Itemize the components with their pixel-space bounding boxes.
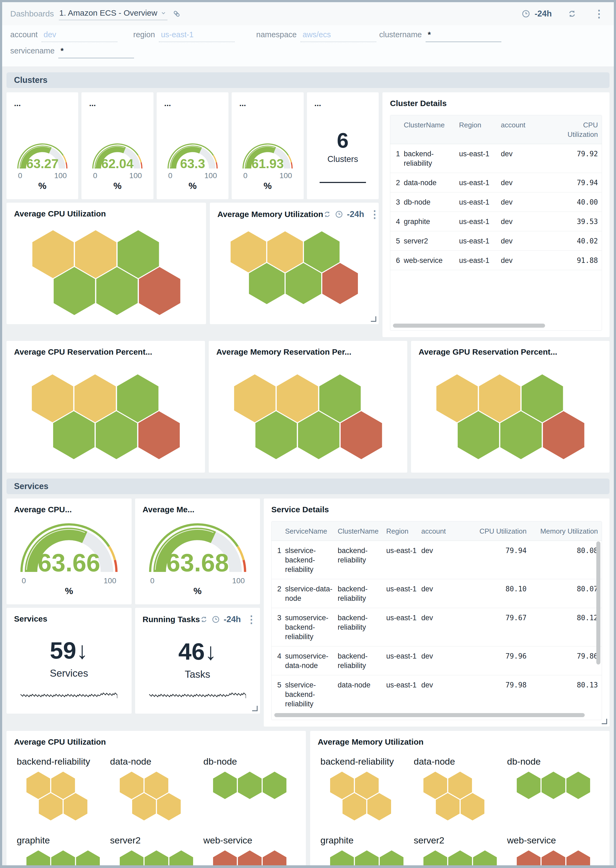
hex-cell-red[interactable]	[263, 851, 286, 865]
clock-icon[interactable]	[522, 9, 530, 18]
vertical-scrollbar[interactable]	[596, 542, 600, 665]
hex-cell-yellow[interactable]	[64, 793, 87, 821]
table-row[interactable]: 5server2us-east-1dev40.02	[390, 231, 602, 251]
hex-cell-yellow[interactable]	[367, 793, 391, 821]
hex-cell-yellow[interactable]	[231, 231, 266, 273]
hex-cell-yellow[interactable]	[120, 772, 143, 799]
column-header[interactable]: Region	[459, 115, 501, 134]
table-row[interactable]: 4graphiteus-east-1dev39.53	[390, 212, 602, 231]
column-header[interactable]: ClusterName	[404, 115, 459, 134]
page-title[interactable]: 1. Amazon ECS - Overview	[59, 8, 157, 17]
refresh-icon[interactable]	[200, 615, 208, 624]
column-header[interactable]: account	[421, 521, 459, 540]
hex-cell-yellow[interactable]	[330, 772, 354, 799]
time-range[interactable]: -24h	[223, 614, 241, 624]
column-header[interactable]: ClusterName	[338, 521, 386, 540]
hex-cell-green[interactable]	[380, 851, 404, 865]
horizontal-scrollbar[interactable]	[274, 713, 585, 717]
filter-value[interactable]: us-east-1	[159, 30, 235, 42]
hex-cell-green[interactable]	[304, 231, 339, 273]
kebab-menu-icon[interactable]: ⋮	[592, 9, 606, 19]
hex-cell-green[interactable]	[542, 772, 565, 799]
filter-value[interactable]: dev	[41, 30, 117, 42]
hex-cell-yellow[interactable]	[132, 793, 156, 821]
column-header[interactable]: account	[501, 115, 556, 134]
hex-cell-green[interactable]	[120, 851, 143, 865]
hex-cell-green[interactable]	[145, 851, 168, 865]
hex-cell-yellow[interactable]	[355, 772, 379, 799]
filter-value[interactable]: aws/ecs	[300, 30, 376, 42]
hex-cell-yellow[interactable]	[51, 772, 75, 799]
table-row[interactable]: 2slservice-data-nodebackend-reliabilityu…	[272, 579, 602, 608]
hex-cell-yellow[interactable]	[343, 793, 366, 821]
clock-icon[interactable]	[212, 615, 220, 624]
refresh-icon[interactable]	[323, 210, 331, 218]
hex-cell-red[interactable]	[542, 851, 565, 865]
filter-clustername[interactable]: clustername *	[379, 30, 502, 42]
hex-cell-red[interactable]	[213, 851, 237, 865]
resize-handle[interactable]	[252, 706, 258, 711]
hex-cell-red[interactable]	[566, 851, 590, 865]
hex-cell-green[interactable]	[517, 772, 541, 799]
hex-cell-yellow[interactable]	[448, 772, 472, 799]
hex-cell-green[interactable]	[170, 851, 193, 865]
hex-cell-green[interactable]	[51, 851, 75, 865]
refresh-icon[interactable]	[567, 9, 577, 18]
time-range[interactable]: -24h	[534, 9, 552, 19]
hex-cell-yellow[interactable]	[157, 793, 181, 821]
hex-cell-green[interactable]	[423, 851, 447, 865]
table-row[interactable]: 2data-nodeus-east-1dev79.94	[390, 173, 602, 192]
horizontal-scrollbar[interactable]	[393, 324, 545, 328]
column-header[interactable]: CPU Utilization	[459, 521, 531, 540]
link-icon[interactable]	[172, 9, 181, 18]
column-header[interactable]: Region	[386, 521, 421, 540]
hex-cell-green[interactable]	[330, 851, 354, 865]
hex-cell-green[interactable]	[566, 772, 590, 799]
hex-cell-green[interactable]	[448, 851, 472, 865]
chevron-down-icon[interactable]	[160, 9, 167, 16]
column-header[interactable]: ServiceName	[285, 521, 338, 540]
clock-icon[interactable]	[335, 210, 343, 218]
kebab-menu-icon[interactable]: ⋮	[368, 209, 379, 219]
hex-cell-green[interactable]	[27, 851, 50, 865]
hex-cell-green[interactable]	[76, 851, 100, 865]
table-row[interactable]: 5slservice-backend-reliabilitydata-nodeu…	[272, 675, 602, 711]
hex-cell-yellow[interactable]	[39, 793, 63, 821]
filter-namespace[interactable]: namespace aws/ecs	[256, 30, 379, 42]
dashboard-title-dropdown[interactable]: 1. Amazon ECS - Overview	[59, 7, 168, 20]
section-clusters[interactable]: Clusters	[6, 72, 610, 88]
hex-cell-yellow[interactable]	[27, 772, 50, 799]
breadcrumb[interactable]: Dashboards	[10, 9, 54, 18]
table-row[interactable]: 3sumoservice-backend-reliabilitybackend-…	[272, 608, 602, 646]
table-row[interactable]: 6web-serviceus-east-1dev91.88	[390, 251, 602, 270]
column-header[interactable]: CPU Utilization	[556, 115, 602, 144]
hex-cell-red[interactable]	[238, 851, 262, 865]
hex-cell-yellow[interactable]	[267, 231, 303, 273]
hex-cell-green[interactable]	[238, 772, 262, 799]
time-range[interactable]: -24h	[347, 210, 364, 219]
hex-cell-green[interactable]	[355, 851, 379, 865]
hex-cell-yellow[interactable]	[423, 772, 447, 799]
resize-handle[interactable]	[371, 316, 376, 322]
filter-region[interactable]: region us-east-1	[133, 30, 256, 42]
filter-value[interactable]: *	[426, 30, 501, 42]
table-row[interactable]: 4sumoservice-data-nodebackend-reliabilit…	[272, 646, 602, 675]
resize-handle[interactable]	[602, 719, 607, 724]
hex-cell-green[interactable]	[249, 263, 284, 304]
filter-account[interactable]: account dev	[10, 30, 133, 42]
table-row[interactable]: 3db-nodeus-east-1dev40.00	[390, 192, 602, 212]
table-row[interactable]: 1backend-reliabilityus-east-1dev79.92	[390, 144, 602, 173]
kebab-menu-icon[interactable]: ⋮	[245, 614, 258, 625]
table-row[interactable]: 1slservice-backend-reliabilitybackend-re…	[272, 541, 602, 579]
hex-cell-green[interactable]	[473, 851, 497, 865]
hex-cell-yellow[interactable]	[145, 772, 168, 799]
hex-cell-yellow[interactable]	[436, 793, 460, 821]
hex-cell-yellow[interactable]	[460, 793, 484, 821]
section-services[interactable]: Services	[6, 479, 610, 494]
hex-cell-green[interactable]	[263, 772, 286, 799]
filter-value[interactable]: *	[58, 46, 134, 58]
hex-cell-green[interactable]	[213, 772, 237, 799]
hex-cell-red[interactable]	[517, 851, 541, 865]
hex-cell-red[interactable]	[322, 263, 358, 304]
filter-servicename[interactable]: servicename *	[10, 46, 133, 58]
